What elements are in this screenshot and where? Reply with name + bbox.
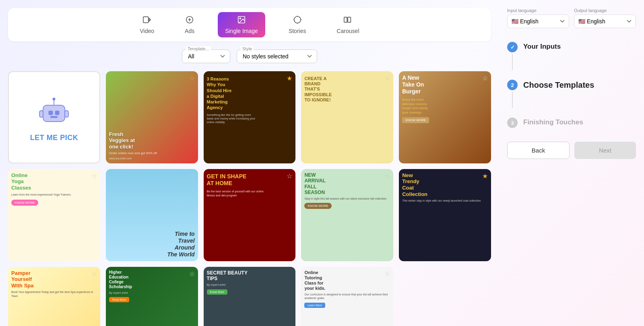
template-card-yoga[interactable]: ☆ OnlineYogaClasses Learn from the most … [8, 169, 100, 261]
tab-single-image-label: Single Image [225, 28, 258, 34]
star-icon-tutoring: ☆ [384, 270, 390, 278]
style-filter-select[interactable]: No styles selected [237, 50, 317, 63]
step-row-1: ✓ Your Inputs [507, 38, 636, 76]
svg-point-5 [294, 17, 301, 23]
step-circle-1: ✓ [507, 42, 518, 52]
svg-point-4 [239, 18, 241, 19]
tab-single-image[interactable]: Single Image [218, 12, 265, 37]
template-card-marketing[interactable]: ★ 3 ReasonsWhy YouShould Hirea DigitalMa… [204, 71, 296, 163]
tab-ads[interactable]: Ads [178, 12, 202, 37]
yoga-cta[interactable]: KNOW MORE [11, 200, 38, 206]
beauty-cta[interactable]: Know More [207, 289, 227, 295]
let-me-pick-card[interactable]: LET ME PICK [8, 71, 100, 163]
video-icon [142, 15, 151, 26]
template-card-tomatoes[interactable]: ☆ FreshVeggies atone click! Order online… [106, 71, 198, 163]
tab-carousel-label: Carousel [336, 28, 359, 34]
stories-icon [293, 15, 302, 26]
next-button[interactable]: Next [574, 142, 636, 159]
star-icon-yoga: ☆ [91, 172, 97, 180]
svg-rect-0 [143, 17, 149, 23]
tab-video[interactable]: Video [132, 12, 161, 37]
template-filter-select[interactable]: All [182, 50, 230, 63]
template-card-travel[interactable]: ☆ Time toTravelAroundThe World [106, 169, 198, 261]
step-label-3: Finishing Touches [523, 118, 583, 126]
template-card-beauty[interactable]: SECRET BEAUTYTIPS By expert artist Know … [204, 267, 296, 326]
brand-content: CREATE ABRANDTHAT'SIMPOSSIBLETO IGNORE! [301, 71, 393, 163]
svg-rect-11 [348, 17, 351, 23]
template-card-fitness[interactable]: ☆ GET IN SHAPEAT HOME Be the best versio… [204, 169, 296, 261]
fitness-content: GET IN SHAPEAT HOME Be the best version … [204, 169, 296, 261]
star-icon-travel: ☆ [189, 172, 195, 180]
step-circle-2: 2 [507, 80, 518, 90]
template-card-fall[interactable]: ☆ NEWARRIVALFALLSEASON Stay in style thi… [301, 169, 393, 261]
template-filter-group: Template... All [182, 50, 230, 63]
svg-rect-10 [344, 17, 347, 23]
star-icon-burger: ☆ [482, 74, 488, 82]
input-language-label: Input language [507, 8, 569, 13]
svg-rect-12 [43, 105, 65, 122]
let-me-pick-label: LET ME PICK [30, 134, 78, 142]
step-line-2 [512, 92, 513, 108]
svg-marker-1 [149, 18, 151, 21]
star-icon-fitness: ☆ [287, 172, 292, 180]
input-language-select[interactable]: 🇺🇸 English [507, 14, 569, 28]
output-language-group: Output language 🇺🇸 English [574, 8, 636, 28]
burger-content: A NewTake OnBurger Enjoy the mostdelicio… [399, 71, 491, 163]
tab-stories[interactable]: Stories [281, 12, 314, 37]
tab-carousel[interactable]: Carousel [329, 12, 366, 37]
step-line-1 [512, 54, 513, 70]
step-connector-3: 3 [507, 118, 518, 128]
tab-video-label: Video [140, 28, 154, 34]
template-card-scholarship[interactable]: ☆ HigherEducationCollegeScholarship By e… [106, 267, 198, 326]
input-language-group: Input language 🇺🇸 English [507, 8, 569, 28]
beauty-content: SECRET BEAUTYTIPS By expert artist Know … [204, 267, 296, 326]
tutoring-cta[interactable]: Learn More [304, 303, 325, 308]
style-filter-group: Style No styles selected [237, 50, 317, 63]
svg-rect-18 [39, 111, 43, 117]
output-language-select[interactable]: 🇺🇸 English [574, 14, 636, 28]
scholarship-content: HigherEducationCollegeScholarship By exp… [106, 267, 198, 326]
back-button[interactable]: Back [507, 142, 570, 159]
template-card-coat[interactable]: ★ NewTrendyCoatCollection This winter st… [399, 169, 491, 261]
template-card-brand[interactable]: ☆ CREATE ABRANDTHAT'SIMPOSSIBLETO IGNORE… [301, 71, 393, 163]
template-card-burger[interactable]: ☆ A NewTake OnBurger Enjoy the mostdelic… [399, 71, 491, 163]
tab-ads-label: Ads [185, 28, 194, 34]
step-connector-2: 2 [507, 80, 518, 109]
tab-stories-label: Stories [289, 28, 306, 34]
step-circle-3: 3 [507, 118, 518, 128]
templates-grid: LET ME PICK ☆ FreshVeggies atone click! … [8, 71, 491, 326]
yoga-content: OnlineYogaClasses Learn from the most ex… [8, 169, 100, 261]
star-icon-scholarship: ☆ [189, 270, 195, 278]
svg-rect-14 [55, 111, 60, 115]
step-row-2: 2 Choose Templates [507, 76, 636, 113]
template-card-spa[interactable]: ☆ PamperYourselfWith Spa Book Your Appoi… [8, 267, 100, 326]
fall-cta[interactable]: KNOW MORE [304, 203, 331, 209]
svg-rect-19 [65, 111, 68, 117]
marketing-content: 3 ReasonsWhy YouShould Hirea DigitalMark… [204, 71, 296, 163]
steps-container: ✓ Your Inputs 2 Choose Templates 3 Finis… [507, 38, 636, 132]
single-image-icon [237, 15, 246, 26]
template-card-tutoring[interactable]: ☆ OnlineTutoringClass foryour kids. Our … [301, 267, 393, 326]
sidebar: Input language 🇺🇸 English Output languag… [499, 0, 644, 326]
language-row: Input language 🇺🇸 English Output languag… [507, 8, 636, 28]
step-label-1: Your Inputs [523, 42, 561, 51]
svg-rect-13 [49, 111, 53, 115]
coat-content: NewTrendyCoatCollection This winter stay… [399, 169, 491, 261]
star-icon-brand: ☆ [384, 74, 390, 82]
tomatoes-content: FreshVeggies atone click! Order online n… [106, 71, 198, 163]
ads-icon [185, 15, 194, 26]
fall-content: NEWARRIVALFALLSEASON Stay in style this … [301, 169, 393, 261]
svg-point-17 [53, 97, 56, 100]
burger-cta[interactable]: KNOW MORE [402, 117, 429, 123]
step-connector-1: ✓ [507, 42, 518, 72]
tab-bar: Video Ads Single Image Stories Carousel [8, 8, 491, 41]
main-area: Video Ads Single Image Stories Carousel [0, 0, 499, 326]
step-row-3: 3 Finishing Touches [507, 113, 636, 132]
star-icon-marketing: ★ [287, 74, 292, 82]
star-icon-tomatoes: ☆ [189, 74, 195, 82]
carousel-icon [343, 15, 352, 26]
scholarship-cta[interactable]: Read More [109, 297, 130, 302]
btn-row: Back Next [507, 142, 636, 159]
travel-content: Time toTravelAroundThe World [106, 169, 198, 261]
filters-row: Template... All Style No styles selected [8, 50, 491, 63]
